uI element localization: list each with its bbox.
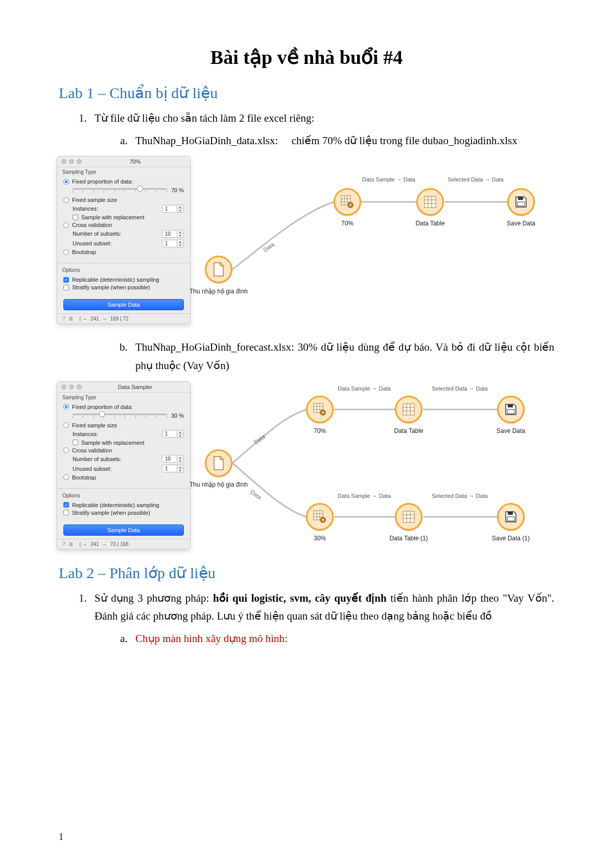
section-label: Sampling Type	[57, 393, 190, 401]
window-dot-icon	[77, 384, 82, 390]
stepper-down-icon[interactable]: ▾	[177, 434, 183, 438]
stepper-down-icon[interactable]: ▾	[177, 209, 183, 212]
lab1-item1a-file: ThuNhap_HoGiaDinh_data.xlsx:	[135, 134, 278, 147]
radio-fixed-proportion[interactable]: Fixed proportion of data:	[63, 178, 184, 185]
radio-fixed-size[interactable]: Fixed sample size	[63, 422, 184, 428]
stepper-up-icon[interactable]: ▴	[177, 240, 183, 243]
node-save-data-1[interactable]	[497, 503, 525, 531]
proportion-value: 30 %	[171, 413, 184, 419]
page-number: 1	[59, 832, 63, 842]
node-label: Thu nhập hộ gia đình	[190, 481, 248, 488]
figure-1: 70% Sampling Type Fixed proportion of da…	[57, 156, 554, 324]
node-data-table[interactable]	[395, 396, 422, 423]
stepper-up-icon[interactable]: ▴	[177, 430, 183, 434]
stepper-down-icon[interactable]: ▾	[177, 469, 183, 472]
radio-label: Cross validation	[72, 222, 112, 228]
stepper-down-icon[interactable]: ▾	[177, 459, 183, 463]
check-label: Replicable (deterministic) sampling	[72, 502, 159, 508]
node-label: Data Table (1)	[389, 535, 428, 542]
input-value: 1	[162, 240, 177, 247]
input-value: 10	[162, 230, 177, 238]
checkbox-icon	[63, 285, 69, 290]
node-label: 30%	[314, 535, 326, 542]
section-label: Sampling Type	[57, 167, 190, 176]
report-icon[interactable]: 🗎	[68, 316, 74, 322]
radio-cross-validation[interactable]: Cross validation	[63, 222, 184, 228]
lab1-item1a: ThuNhap_HoGiaDinh_data.xlsx: chiếm 70% d…	[130, 132, 554, 150]
instances-input[interactable]: 1 ▴▾	[162, 430, 184, 438]
node-sampler-70[interactable]	[306, 396, 334, 423]
status-out: 169 | 72	[110, 316, 129, 322]
lab1-heading: Lab 1 – Chuẩn bị dữ liệu	[59, 84, 554, 102]
check-sample-replacement[interactable]: Sample with replacement	[73, 214, 184, 220]
stepper-up-icon[interactable]: ▴	[177, 230, 183, 234]
proportion-slider[interactable]	[73, 412, 167, 419]
link-label: Data	[249, 489, 263, 500]
table-icon	[423, 195, 437, 209]
radio-icon	[63, 404, 69, 409]
check-stratify[interactable]: Stratify sample (when possible)	[63, 284, 184, 290]
radio-fixed-size[interactable]: Fixed sample size	[63, 197, 184, 203]
stepper-up-icon[interactable]: ▴	[177, 465, 183, 469]
unused-label: Unused subset:	[73, 466, 111, 472]
subsets-input[interactable]: 10 ▴▾	[162, 230, 184, 238]
link-label: Data Sample → Data	[338, 493, 391, 499]
report-icon[interactable]: 🗎	[68, 541, 74, 547]
unused-input[interactable]: 1 ▴▾	[162, 465, 184, 473]
panel-title: Data Sampler	[84, 384, 186, 390]
proportion-value: 70 %	[171, 187, 184, 193]
sampler-panel-30: Data Sampler Sampling Type Fixed proport…	[57, 381, 191, 550]
lab2-item1-bold: hồi qui logistic, svm, cây quyết định	[213, 592, 387, 604]
node-label: Thu nhập hộ gia đình	[190, 288, 248, 295]
check-sample-replacement[interactable]: Sample with replacement	[73, 440, 184, 446]
node-save-data[interactable]	[507, 188, 535, 216]
proportion-slider[interactable]	[73, 187, 167, 194]
svg-rect-35	[403, 511, 414, 522]
input-value: 1	[162, 430, 177, 438]
link-label: Data	[253, 433, 266, 445]
node-file[interactable]	[205, 256, 232, 283]
radio-bootstrap[interactable]: Bootstrap	[63, 474, 184, 481]
check-replicable[interactable]: Replicable (deterministic) sampling	[63, 277, 184, 283]
figure-2: Data Sampler Sampling Type Fixed proport…	[57, 381, 554, 550]
subsets-label: Number of subsets:	[73, 456, 121, 462]
link-label: Selected Data → Data	[432, 493, 487, 499]
file-icon	[213, 456, 225, 470]
radio-icon	[63, 422, 69, 428]
node-file[interactable]	[205, 449, 232, 477]
radio-label: Fixed sample size	[72, 197, 117, 203]
checkbox-icon	[73, 440, 78, 445]
check-label: Replicable (deterministic) sampling	[72, 277, 159, 283]
check-stratify[interactable]: Stratify sample (when possible)	[63, 510, 184, 516]
radio-cross-validation[interactable]: Cross validation	[63, 447, 184, 453]
lab2-item1a-text: Chụp màn hình xây dựng mô hình:	[135, 632, 288, 645]
table-gear-icon	[340, 195, 355, 209]
node-sampler-30[interactable]	[306, 503, 334, 531]
subsets-input[interactable]: 10 ▴▾	[162, 455, 184, 463]
save-icon	[504, 510, 517, 523]
sample-data-button[interactable]: Sample Data	[63, 524, 184, 536]
subsets-label: Number of subsets:	[73, 231, 121, 237]
help-icon[interactable]: ?	[62, 541, 65, 547]
stepper-up-icon[interactable]: ▴	[177, 205, 183, 209]
node-save-data[interactable]	[497, 396, 525, 423]
check-label: Stratify sample (when possible)	[72, 284, 150, 290]
check-replicable[interactable]: Replicable (deterministic) sampling	[63, 502, 184, 508]
radio-bootstrap[interactable]: Bootstrap	[63, 249, 184, 255]
node-sampler-70[interactable]	[334, 188, 361, 216]
instances-input[interactable]: 1 ▴▾	[162, 204, 184, 213]
radio-fixed-proportion[interactable]: Fixed proportion of data:	[63, 404, 184, 410]
link-label: Selected Data → Data	[432, 385, 487, 392]
node-data-table[interactable]	[416, 188, 444, 216]
lab1-item1b: ThuNhap_HoGiaDinh_forecast.xlsx: 30% dữ …	[130, 338, 554, 375]
unused-input[interactable]: 1 ▴▾	[162, 239, 184, 247]
stepper-down-icon[interactable]: ▾	[177, 234, 183, 237]
svg-rect-12	[518, 197, 523, 200]
node-data-table-1[interactable]	[395, 503, 422, 531]
sample-data-button[interactable]: Sample Data	[63, 299, 184, 310]
checkbox-icon	[63, 277, 69, 283]
stepper-down-icon[interactable]: ▾	[177, 243, 183, 247]
help-icon[interactable]: ?	[62, 316, 65, 322]
stepper-up-icon[interactable]: ▴	[177, 455, 183, 459]
table-gear-icon	[313, 510, 327, 524]
